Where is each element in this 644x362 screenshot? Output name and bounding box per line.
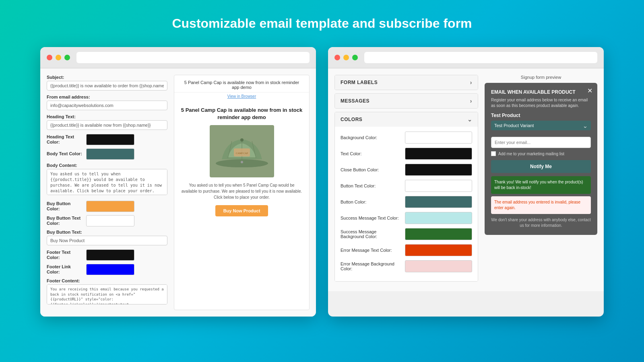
success-text-color-row: Success Message Text Color: bbox=[341, 212, 472, 224]
body-color-row: Body Text Color: bbox=[47, 148, 167, 160]
form-labels-chevron: › bbox=[470, 79, 472, 86]
notify-me-button[interactable]: Notify Me bbox=[491, 160, 591, 173]
email-input[interactable] bbox=[491, 137, 591, 148]
minimize-dot[interactable] bbox=[56, 55, 61, 60]
svg-text:CAMP CAP: CAMP CAP bbox=[236, 152, 248, 154]
error-text-color-swatch[interactable] bbox=[405, 244, 472, 256]
body-content-textarea[interactable]: You asked us to tell you when {{product.… bbox=[47, 169, 167, 195]
error-text-color-row: Error Message Text Color: bbox=[341, 244, 472, 256]
heading-text-label: Heading Text: bbox=[47, 114, 167, 119]
right-titlebar bbox=[328, 47, 604, 68]
email-preview-panel: 5 Panel Camp Cap is available now from i… bbox=[174, 75, 310, 310]
messages-accordion: MESSAGES › bbox=[334, 93, 478, 109]
from-email-group: From email address: bbox=[47, 95, 167, 110]
footer-text-color-label: Footer Text Color: bbox=[47, 250, 83, 260]
footer-content-textarea[interactable]: You are receiving this email because you… bbox=[47, 284, 167, 304]
signup-product-name: Test Product bbox=[491, 113, 591, 118]
form-labels-accordion: FORM LABELS › bbox=[334, 75, 478, 90]
product-image: CAMP CAP bbox=[210, 125, 274, 177]
success-bg-color-swatch[interactable] bbox=[405, 228, 472, 240]
subject-group: Subject: bbox=[47, 75, 167, 90]
messages-chevron: › bbox=[470, 98, 472, 104]
footer-link-color-row: Footer Link Color: bbox=[47, 264, 167, 275]
page-title: Customizable email template and subscrib… bbox=[172, 16, 472, 31]
heading-text-input[interactable] bbox=[47, 120, 167, 130]
buy-button-text-label: Buy Button Text: bbox=[47, 230, 167, 234]
text-color-label: Text Color: bbox=[341, 151, 401, 156]
form-labels-title: FORM LABELS bbox=[341, 80, 378, 85]
close-button-color-swatch[interactable] bbox=[405, 164, 472, 176]
buy-button-color-label: Buy Button Color: bbox=[47, 201, 83, 212]
signup-close-button[interactable]: ✕ bbox=[587, 87, 592, 95]
close-button-color-row: Close Button Color: bbox=[341, 164, 472, 176]
buy-now-button[interactable]: Buy Now Product bbox=[215, 205, 268, 216]
button-color-row: Button Color: bbox=[341, 196, 472, 208]
svg-point-6 bbox=[240, 138, 244, 142]
body-color-swatch[interactable] bbox=[86, 148, 134, 160]
buy-button-color-swatch[interactable] bbox=[86, 201, 134, 212]
colors-accordion: COLORS ⌄ Background Color: Text Color: bbox=[334, 112, 478, 282]
close-dot[interactable] bbox=[47, 55, 52, 60]
buy-button-text-color-swatch[interactable] bbox=[86, 215, 134, 226]
button-color-label: Button Color: bbox=[341, 200, 401, 204]
footer-link-color-label: Footer Link Color: bbox=[47, 264, 83, 275]
privacy-text: We don't share your address with anybody… bbox=[491, 217, 591, 228]
signup-desc: Register your email address below to rec… bbox=[491, 97, 591, 109]
footer-link-color-swatch[interactable] bbox=[86, 264, 134, 275]
heading-text-group: Heading Text: bbox=[47, 114, 167, 130]
footer-text-color-swatch[interactable] bbox=[86, 249, 134, 261]
view-in-browser-link[interactable]: View in Browser bbox=[174, 93, 309, 100]
colors-title: COLORS bbox=[341, 117, 362, 122]
success-text-color-label: Success Message Text Color: bbox=[341, 216, 401, 220]
footer-content-group: Footer Content: You are receiving this e… bbox=[47, 278, 167, 306]
success-bg-color-row: Success Message Background Color: bbox=[341, 228, 472, 240]
email-body-text: You asked us to tell you when 5 Panel Ca… bbox=[181, 182, 303, 200]
form-labels-header[interactable]: FORM LABELS › bbox=[335, 75, 478, 90]
text-color-row: Text Color: bbox=[341, 148, 472, 160]
messages-header[interactable]: MESSAGES › bbox=[335, 94, 478, 108]
close-button-color-label: Close Button Color: bbox=[341, 167, 401, 172]
error-bg-color-row: Error Message Background Color: bbox=[341, 260, 472, 272]
footer-content-label: Footer Content: bbox=[47, 278, 167, 283]
buy-button-text-input[interactable] bbox=[47, 236, 167, 245]
heading-color-swatch[interactable] bbox=[86, 134, 134, 145]
address-bar[interactable] bbox=[76, 52, 310, 63]
buy-button-text-group: Buy Button Text: bbox=[47, 230, 167, 245]
svg-point-7 bbox=[241, 161, 243, 163]
subject-label: Subject: bbox=[47, 75, 167, 80]
marketing-checkbox-row: Add me to your marketing mailing list bbox=[491, 151, 591, 156]
maximize-dot-r[interactable] bbox=[352, 55, 358, 60]
marketing-checkbox[interactable] bbox=[491, 151, 496, 156]
variant-select[interactable]: Test Product Variant bbox=[491, 121, 591, 130]
close-dot-r[interactable] bbox=[334, 55, 340, 60]
maximize-dot[interactable] bbox=[64, 55, 70, 60]
button-text-color-swatch[interactable] bbox=[405, 180, 472, 192]
signup-preview-label: Signup form preview bbox=[485, 75, 597, 80]
minimize-dot-r[interactable] bbox=[343, 55, 349, 60]
body-content-label: Body Content: bbox=[47, 163, 167, 168]
button-color-swatch[interactable] bbox=[405, 196, 472, 208]
left-browser-content: Subject: From email address: Heading Tex… bbox=[40, 68, 316, 317]
subject-input[interactable] bbox=[47, 81, 167, 90]
buy-button-text-color-label: Buy Button Text Color: bbox=[47, 216, 83, 226]
background-color-label: Background Color: bbox=[341, 135, 401, 140]
left-browser-window: Subject: From email address: Heading Tex… bbox=[40, 47, 316, 317]
error-message: The email address you entered is invalid… bbox=[491, 196, 591, 214]
signup-title: EMAIL WHEN AVAILABLE PRODUCT bbox=[491, 89, 591, 95]
heading-color-label: Heading Text Color: bbox=[47, 134, 83, 145]
from-email-input[interactable] bbox=[47, 101, 167, 110]
success-text-color-swatch[interactable] bbox=[405, 212, 472, 224]
windows-container: Subject: From email address: Heading Tex… bbox=[40, 47, 604, 317]
text-color-swatch[interactable] bbox=[405, 148, 472, 160]
address-bar-r[interactable] bbox=[364, 52, 597, 63]
buy-button-text-color-row: Buy Button Text Color: bbox=[47, 215, 167, 226]
buy-button-color-row: Buy Button Color: bbox=[47, 201, 167, 212]
from-email-label: From email address: bbox=[47, 95, 167, 99]
error-bg-color-swatch[interactable] bbox=[405, 260, 472, 272]
colors-body: Background Color: Text Color: Close Butt… bbox=[335, 127, 478, 281]
email-form-panel: Subject: From email address: Heading Tex… bbox=[47, 75, 167, 310]
colors-header[interactable]: COLORS ⌄ bbox=[335, 112, 478, 127]
email-preview-header: 5 Panel Camp Cap is available now from i… bbox=[174, 75, 309, 93]
background-color-swatch[interactable] bbox=[405, 132, 472, 144]
right-browser-window: FORM LABELS › MESSAGES › COLORS ⌄ bbox=[328, 47, 604, 317]
